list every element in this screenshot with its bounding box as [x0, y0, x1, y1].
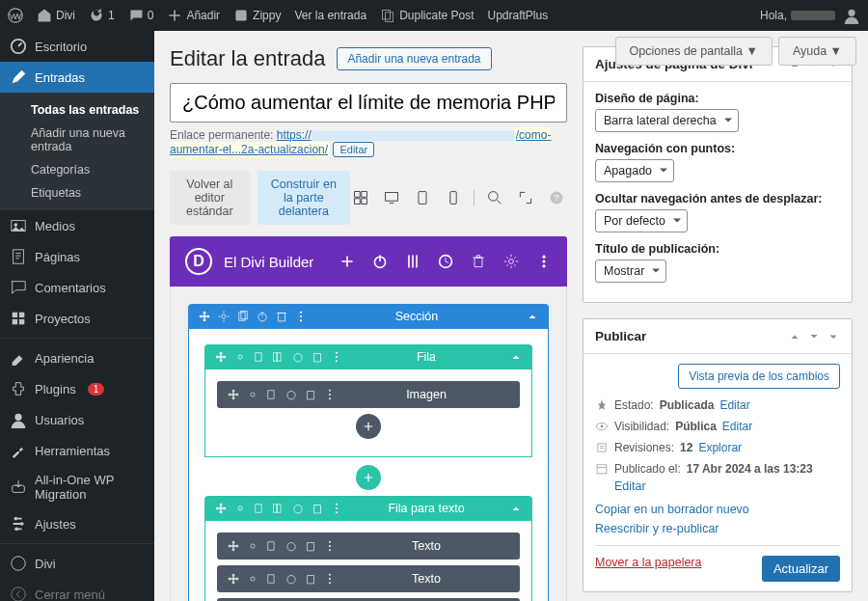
update-button[interactable]: Actualizar: [762, 556, 840, 582]
power-icon[interactable]: [291, 350, 305, 364]
chevron-up-icon[interactable]: [509, 502, 523, 515]
permalink-edit-button[interactable]: Editar: [333, 142, 374, 157]
site-link[interactable]: Divi: [37, 8, 75, 23]
divi-add-icon[interactable]: [339, 254, 355, 269]
more-icon[interactable]: [294, 310, 308, 323]
posttitle-dropdown[interactable]: Mostrar: [595, 260, 666, 283]
divi-history-icon[interactable]: [438, 254, 453, 269]
copy-icon[interactable]: [253, 502, 266, 515]
menu-comments[interactable]: Comentarios: [0, 272, 154, 303]
menu-divi[interactable]: Divi: [0, 548, 154, 579]
move-icon[interactable]: [214, 502, 228, 515]
zoom-icon[interactable]: [484, 187, 505, 208]
gear-icon[interactable]: [233, 350, 247, 364]
phone-icon[interactable]: [443, 187, 464, 208]
trash-icon[interactable]: [311, 502, 324, 515]
updates-link[interactable]: 1: [89, 8, 115, 23]
gear-icon[interactable]: [246, 572, 259, 586]
submenu-all-posts[interactable]: Todas las entradas: [0, 98, 154, 122]
submenu-tags[interactable]: Etiquetas: [0, 181, 154, 205]
module-text-2[interactable]: Texto: [217, 565, 520, 592]
move-icon[interactable]: [214, 350, 228, 364]
section-bar[interactable]: Sección: [188, 304, 549, 329]
add-new-link[interactable]: Añadir: [167, 8, 220, 23]
more-icon[interactable]: [330, 350, 343, 364]
copy-icon[interactable]: [265, 572, 279, 586]
menu-media[interactable]: Medios: [0, 210, 154, 241]
move-icon[interactable]: [227, 539, 240, 553]
menu-posts[interactable]: Entradas: [0, 62, 154, 93]
more-icon[interactable]: [323, 388, 337, 401]
module-image[interactable]: Imagen: [217, 381, 520, 408]
gear-icon[interactable]: [246, 388, 259, 401]
dotnav-dropdown[interactable]: Apagado: [595, 159, 674, 182]
move-icon[interactable]: [198, 310, 211, 323]
add-module-button[interactable]: [356, 414, 381, 439]
add-new-button[interactable]: Añadir una nueva entrada: [337, 47, 491, 70]
divi-trash-icon[interactable]: [471, 254, 486, 269]
divi-more-icon[interactable]: [536, 254, 552, 269]
chevron-up-icon[interactable]: [788, 330, 801, 343]
trash-icon[interactable]: [275, 310, 288, 323]
columns-icon[interactable]: [272, 502, 285, 515]
menu-dashboard[interactable]: Escritorio: [0, 31, 154, 62]
post-title-input[interactable]: [170, 83, 567, 123]
wireframe-icon[interactable]: [350, 187, 371, 208]
trash-icon[interactable]: [304, 388, 317, 401]
edit-vis-link[interactable]: Editar: [722, 420, 752, 433]
power-icon[interactable]: [291, 502, 305, 515]
row-text-bar[interactable]: Fila para texto: [204, 496, 532, 521]
divi-power-icon[interactable]: [372, 254, 388, 269]
divi-gear-icon[interactable]: [503, 254, 519, 269]
browse-rev-link[interactable]: Explorar: [698, 441, 742, 454]
menu-settings[interactable]: Ajustes: [0, 508, 154, 539]
row-bar[interactable]: Fila: [204, 344, 532, 369]
edit-pubdate-link[interactable]: Editar: [614, 479, 646, 493]
menu-plugins[interactable]: Plugins1: [0, 373, 154, 404]
copy-icon[interactable]: [265, 539, 279, 553]
chevron-up-icon[interactable]: [526, 310, 539, 323]
trash-icon[interactable]: [304, 539, 317, 553]
menu-appearance[interactable]: Apariencia: [0, 342, 154, 373]
desktop-icon[interactable]: [381, 187, 402, 208]
copy-icon[interactable]: [265, 388, 279, 401]
trash-icon[interactable]: [311, 350, 324, 364]
gear-icon[interactable]: [217, 310, 231, 323]
power-icon[interactable]: [285, 539, 298, 553]
power-icon[interactable]: [285, 572, 298, 586]
help-button[interactable]: Ayuda ▼: [778, 37, 856, 66]
front-builder-button[interactable]: Construir en la parte delantera: [258, 171, 350, 225]
caret-toggle-icon[interactable]: [827, 330, 840, 343]
wp-logo-icon[interactable]: [8, 8, 23, 23]
more-icon[interactable]: [323, 539, 337, 553]
menu-tools[interactable]: Herramientas: [0, 435, 154, 466]
zippy-link[interactable]: Zippy: [233, 8, 281, 23]
trash-icon[interactable]: [304, 572, 317, 586]
divi-sliders-icon[interactable]: [405, 254, 420, 269]
resize-icon[interactable]: [515, 187, 536, 208]
chevron-up-icon[interactable]: [509, 350, 523, 364]
comments-link[interactable]: 0: [128, 8, 154, 23]
columns-icon[interactable]: [272, 350, 285, 364]
rewrite-link[interactable]: Reescribir y re-publicar: [595, 522, 719, 535]
view-post-link[interactable]: Ver la entrada: [294, 9, 366, 22]
add-row-button[interactable]: [356, 465, 381, 490]
copy-icon[interactable]: [236, 310, 250, 323]
power-icon[interactable]: [285, 388, 298, 401]
layout-dropdown[interactable]: Barra lateral derecha: [595, 109, 739, 132]
trash-link[interactable]: Mover a la papelera: [595, 556, 701, 569]
submenu-categories[interactable]: Categorías: [0, 158, 154, 181]
chevron-down-icon[interactable]: [807, 330, 821, 343]
power-icon[interactable]: [256, 310, 269, 323]
move-icon[interactable]: [227, 572, 240, 586]
updraft-link[interactable]: UpdraftPlus: [488, 9, 549, 22]
module-text-1[interactable]: Texto: [217, 533, 520, 560]
info-icon[interactable]: ?: [546, 187, 567, 208]
submenu-add-post[interactable]: Añadir una nueva entrada: [0, 122, 154, 158]
permalink-prefix[interactable]: https://: [277, 128, 312, 142]
copy-draft-link[interactable]: Copiar en un borrador nuevo: [595, 503, 749, 516]
move-icon[interactable]: [227, 388, 240, 401]
menu-projects[interactable]: Proyectos: [0, 303, 154, 334]
screen-options-button[interactable]: Opciones de pantalla ▼: [615, 37, 773, 66]
more-icon[interactable]: [323, 572, 337, 586]
